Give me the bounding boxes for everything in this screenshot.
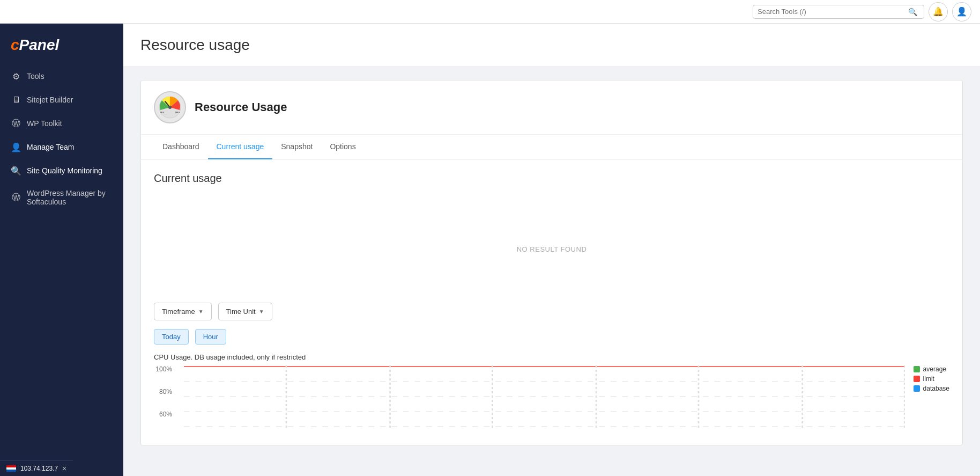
svg-text:MAX: MAX bbox=[175, 111, 180, 114]
logo-text: cPanel bbox=[11, 36, 59, 53]
timeframe-caret: ▼ bbox=[198, 309, 204, 314]
time-unit-label: Time Unit bbox=[226, 307, 256, 316]
page-title: Resource usage bbox=[140, 36, 963, 54]
timeframe-dropdown[interactable]: Timeframe ▼ bbox=[154, 303, 212, 320]
y-label-100: 100% bbox=[155, 365, 172, 373]
search-input[interactable] bbox=[758, 8, 906, 16]
svg-text:MIN: MIN bbox=[160, 111, 164, 114]
legend-database: database bbox=[914, 385, 949, 392]
sidebar-item-site-quality[interactable]: 🔍 Site Quality Monitoring bbox=[0, 159, 123, 182]
tab-bar: Dashboard Current usage Snapshot Options bbox=[141, 135, 962, 159]
timeframe-value[interactable]: Today bbox=[154, 329, 189, 345]
cpu-chart-svg bbox=[184, 365, 905, 430]
ip-bar: 103.74.123.7 × bbox=[0, 460, 73, 476]
y-label-80: 80% bbox=[159, 388, 172, 396]
chart-title: CPU Usage. DB usage included, only if re… bbox=[154, 353, 949, 361]
page-title-bar: Resource usage bbox=[123, 24, 980, 67]
wp-toolkit-icon: Ⓦ bbox=[11, 118, 21, 129]
chart-svg-area bbox=[184, 365, 905, 432]
manage-team-icon: 👤 bbox=[11, 142, 21, 152]
main-content: Resource usage bbox=[123, 24, 980, 476]
legend-database-dot bbox=[914, 385, 920, 392]
time-unit-value[interactable]: Hour bbox=[195, 329, 226, 345]
sidebar-item-tools-label: Tools bbox=[27, 72, 44, 80]
sidebar-item-wp-manager[interactable]: Ⓦ WordPress Manager by Softaculous bbox=[0, 182, 123, 213]
y-label-60: 60% bbox=[159, 411, 172, 418]
site-quality-icon: 🔍 bbox=[11, 165, 21, 176]
wp-manager-icon: Ⓦ bbox=[11, 192, 21, 203]
sidebar-item-site-quality-label: Site Quality Monitoring bbox=[27, 166, 102, 175]
y-axis: 100% 80% 60% bbox=[154, 365, 175, 418]
content-area: MIN MAX Resource Usage Dashboard Current… bbox=[123, 67, 980, 458]
sidebar-item-tools[interactable]: ⚙ Tools bbox=[0, 64, 123, 88]
legend-database-label: database bbox=[923, 385, 949, 392]
sidebar-item-sitejet-label: Sitejet Builder bbox=[27, 96, 73, 104]
legend-average-dot bbox=[914, 366, 920, 372]
sidebar-item-wp-toolkit[interactable]: Ⓦ WP Toolkit bbox=[0, 112, 123, 135]
sitejet-icon: 🖥 bbox=[11, 94, 21, 105]
tab-current-usage[interactable]: Current usage bbox=[208, 135, 273, 159]
no-result-area: NO RESULT FOUND bbox=[154, 195, 949, 303]
chart-container: CPU Usage. DB usage included, only if re… bbox=[154, 353, 949, 432]
ip-close-button[interactable]: × bbox=[62, 464, 66, 473]
search-button[interactable]: 🔍 bbox=[906, 8, 919, 16]
sidebar-logo: cPanel bbox=[0, 32, 123, 64]
legend-average-label: average bbox=[923, 365, 946, 373]
sidebar: cPanel ⚙ Tools 🖥 Sitejet Builder Ⓦ WP To… bbox=[0, 24, 123, 476]
ip-flag bbox=[6, 465, 16, 472]
chart-legend: average limit database bbox=[914, 365, 949, 392]
legend-limit: limit bbox=[914, 375, 949, 383]
legend-limit-dot bbox=[914, 376, 920, 382]
ip-address: 103.74.123.7 bbox=[20, 465, 58, 472]
sidebar-item-sitejet[interactable]: 🖥 Sitejet Builder bbox=[0, 88, 123, 112]
resource-card-title: Resource Usage bbox=[195, 100, 287, 114]
tab-content: Current usage NO RESULT FOUND Timeframe … bbox=[141, 159, 962, 445]
svg-point-2 bbox=[168, 106, 172, 109]
section-title: Current usage bbox=[154, 172, 949, 185]
sidebar-item-manage-team-label: Manage Team bbox=[27, 143, 74, 151]
selected-values-row: Today Hour bbox=[154, 329, 949, 345]
layout: cPanel ⚙ Tools 🖥 Sitejet Builder Ⓦ WP To… bbox=[0, 24, 980, 476]
time-unit-dropdown[interactable]: Time Unit ▼ bbox=[218, 303, 272, 320]
tab-dashboard[interactable]: Dashboard bbox=[154, 135, 208, 159]
chart-wrapper: 100% 80% 60% bbox=[154, 365, 949, 432]
legend-limit-label: limit bbox=[923, 375, 934, 383]
sidebar-item-manage-team[interactable]: 👤 Manage Team bbox=[0, 135, 123, 159]
sidebar-item-wp-manager-label: WordPress Manager by Softaculous bbox=[27, 189, 113, 206]
timeframe-label: Timeframe bbox=[162, 307, 195, 316]
tools-icon: ⚙ bbox=[11, 71, 21, 82]
logo-c: c bbox=[11, 36, 19, 53]
user-button[interactable]: 👤 bbox=[952, 2, 971, 21]
controls-row: Timeframe ▼ Time Unit ▼ bbox=[154, 303, 949, 320]
top-header: 🔍 🔔 👤 bbox=[0, 0, 980, 24]
legend-average: average bbox=[914, 365, 949, 373]
time-unit-caret: ▼ bbox=[259, 309, 264, 314]
tab-options[interactable]: Options bbox=[321, 135, 364, 159]
gauge-icon: MIN MAX bbox=[154, 91, 186, 123]
no-result-text: NO RESULT FOUND bbox=[517, 245, 587, 253]
tab-snapshot[interactable]: Snapshot bbox=[272, 135, 321, 159]
resource-card-header: MIN MAX Resource Usage bbox=[141, 80, 962, 135]
resource-card: MIN MAX Resource Usage Dashboard Current… bbox=[140, 80, 963, 445]
sidebar-item-wp-toolkit-label: WP Toolkit bbox=[27, 119, 62, 128]
search-bar: 🔍 bbox=[753, 5, 924, 19]
notifications-button[interactable]: 🔔 bbox=[929, 2, 948, 21]
